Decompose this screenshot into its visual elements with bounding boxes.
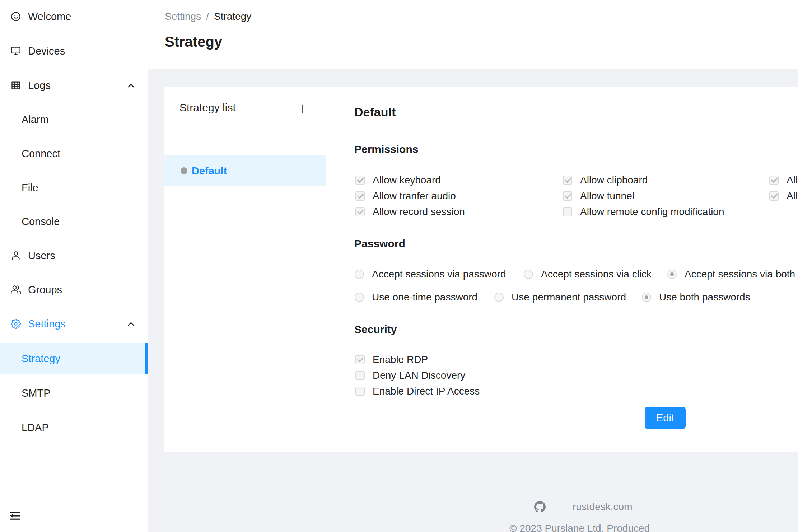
checkbox-checked-icon	[355, 207, 365, 216]
checkbox-checked-icon	[355, 176, 365, 185]
sidebar-item-welcome[interactable]: Welcome	[0, 5, 145, 28]
sidebar-item-label: Devices	[28, 45, 65, 57]
sidebar-item-smtp[interactable]: SMTP	[0, 382, 145, 405]
security-heading: Security	[354, 323, 397, 336]
checkbox-enable-direct-ip: Enable Direct IP Access	[355, 386, 480, 397]
chevron-up-icon	[128, 83, 134, 88]
sidebar-item-console[interactable]: Console	[0, 210, 145, 233]
sidebar-collapse-button[interactable]	[9, 510, 24, 525]
radio-unselected-icon	[355, 293, 364, 302]
radio-both-passwords: Use both passwords	[642, 291, 750, 303]
strategy-status-dot	[181, 167, 187, 174]
checkbox-allow-clipboard: Allow clipboard	[563, 174, 648, 186]
github-link[interactable]	[534, 501, 546, 513]
sidebar-item-alarm[interactable]: Alarm	[0, 108, 145, 131]
sidebar-item-label: Strategy	[22, 353, 60, 364]
sidebar-item-label: SMTP	[22, 387, 51, 399]
sidebar-item-groups[interactable]: Groups	[0, 278, 145, 301]
checkbox-allow-truncated-1: Allow	[769, 174, 798, 186]
radio-unselected-icon	[355, 270, 364, 279]
checkbox-checked-icon	[355, 191, 365, 201]
radio-label: Accept sessions via password	[372, 269, 506, 280]
checkbox-label: Allow clipboard	[580, 174, 648, 186]
checkbox-label: Enable Direct IP Access	[373, 386, 480, 397]
checkbox-label: Allow remote config modification	[580, 206, 724, 218]
radio-unselected-icon	[494, 293, 504, 302]
sidebar-item-label: LDAP	[22, 422, 49, 434]
sidebar-item-label: File	[22, 182, 38, 194]
sidebar-item-logs[interactable]: Logs	[0, 74, 145, 97]
rustdesk-site-link[interactable]: rustdesk.com	[573, 501, 633, 513]
page-title: Strategy	[165, 34, 222, 50]
breadcrumb-separator: /	[206, 11, 209, 22]
checkbox-allow-keyboard: Allow keyboard	[355, 174, 441, 186]
sidebar-item-label: Connect	[22, 148, 60, 160]
radio-accept-via-both: Accept sessions via both	[667, 269, 795, 280]
radio-label: Use both passwords	[659, 291, 750, 303]
detail-title: Default	[354, 105, 396, 119]
checkbox-allow-tunnel: Allow tunnel	[563, 190, 634, 202]
checkbox-allow-truncated-2: Allow	[769, 190, 798, 202]
strategy-card: Strategy list Default Default Permission…	[164, 87, 798, 452]
password-heading: Password	[354, 238, 405, 250]
copyright-text: © 2023 Purslane Ltd. Produced	[509, 523, 650, 532]
radio-label: Use permanent password	[512, 291, 626, 303]
breadcrumb-current: Strategy	[214, 11, 251, 22]
checkbox-label: Allow tranfer audio	[373, 190, 456, 202]
checkbox-allow-record-session: Allow record session	[355, 206, 465, 218]
radio-unselected-icon	[524, 270, 533, 279]
breadcrumb: Settings / Strategy	[165, 11, 251, 22]
radio-selected-icon	[667, 270, 677, 279]
radio-label: Use one-time password	[372, 291, 477, 303]
strategy-list-title: Strategy list	[179, 102, 236, 114]
sidebar-item-label: Alarm	[22, 114, 49, 126]
breadcrumb-settings-link[interactable]: Settings	[165, 11, 201, 22]
checkbox-label: Enable RDP	[373, 354, 428, 365]
sidebar-item-ldap[interactable]: LDAP	[0, 416, 145, 439]
radio-label: Accept sessions via click	[541, 269, 652, 280]
sidebar-item-settings[interactable]: Settings	[0, 312, 145, 335]
checkbox-label: Allow record session	[373, 206, 465, 218]
smiley-icon	[11, 11, 21, 22]
sidebar-item-label: Logs	[28, 80, 51, 92]
radio-permanent-password: Use permanent password	[494, 291, 626, 303]
radio-accept-via-password: Accept sessions via password	[355, 269, 506, 280]
sidebar-item-strategy-selected[interactable]: Strategy	[0, 343, 148, 374]
checkbox-checked-icon	[563, 176, 572, 185]
sidebar-item-devices[interactable]: Devices	[0, 39, 145, 62]
sidebar: Welcome Devices Logs Alarm Connect File	[0, 0, 148, 532]
sidebar-item-label: Settings	[28, 318, 66, 330]
sidebar-item-label: Groups	[28, 284, 62, 296]
checkbox-label: Allow keyboard	[373, 174, 441, 186]
checkbox-checked-icon	[355, 355, 365, 364]
checkbox-label: Allow	[787, 190, 798, 202]
monitor-icon	[11, 46, 21, 56]
sidebar-item-label: Welcome	[28, 11, 71, 23]
checkbox-label: Deny LAN Discovery	[373, 370, 465, 381]
checkbox-label: Allow	[787, 174, 798, 186]
checkbox-checked-icon	[769, 176, 779, 185]
github-icon	[534, 501, 546, 513]
add-strategy-button[interactable]	[297, 103, 309, 115]
edit-button[interactable]: Edit	[645, 407, 686, 429]
radio-one-time-password: Use one-time password	[355, 291, 477, 303]
user-icon	[11, 251, 21, 261]
table-icon	[11, 80, 21, 90]
strategy-item-name: Default	[192, 165, 227, 177]
checkbox-checked-icon	[769, 191, 779, 201]
radio-accept-via-click: Accept sessions via click	[524, 269, 652, 280]
sidebar-item-label: Console	[22, 216, 60, 228]
checkbox-checked-icon	[563, 191, 572, 201]
list-header-border	[164, 136, 326, 136]
checkbox-unchecked-icon	[563, 207, 572, 216]
checkbox-enable-rdp: Enable RDP	[355, 354, 428, 365]
sidebar-item-users[interactable]: Users	[0, 244, 145, 267]
users-icon	[11, 285, 21, 295]
strategy-list-item-default[interactable]: Default	[164, 155, 326, 186]
list-detail-divider	[326, 87, 326, 452]
checkbox-allow-remote-config: Allow remote config modification	[563, 206, 724, 218]
checkbox-unchecked-icon	[355, 387, 365, 396]
sidebar-item-connect[interactable]: Connect	[0, 142, 145, 165]
plus-icon	[297, 103, 309, 115]
sidebar-item-file[interactable]: File	[0, 176, 145, 199]
